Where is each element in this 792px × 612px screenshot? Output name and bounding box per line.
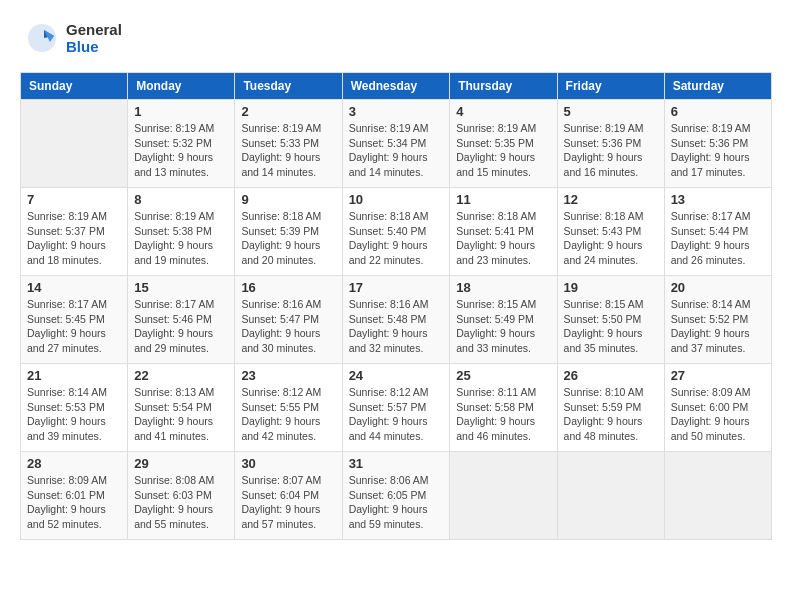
day-number: 30 xyxy=(241,456,335,471)
day-info: Sunrise: 8:19 AMSunset: 5:32 PMDaylight:… xyxy=(134,121,228,180)
day-info: Sunrise: 8:13 AMSunset: 5:54 PMDaylight:… xyxy=(134,385,228,444)
calendar-cell: 8Sunrise: 8:19 AMSunset: 5:38 PMDaylight… xyxy=(128,188,235,276)
calendar-cell: 10Sunrise: 8:18 AMSunset: 5:40 PMDayligh… xyxy=(342,188,450,276)
day-number: 14 xyxy=(27,280,121,295)
calendar-cell: 2Sunrise: 8:19 AMSunset: 5:33 PMDaylight… xyxy=(235,100,342,188)
day-info: Sunrise: 8:18 AMSunset: 5:41 PMDaylight:… xyxy=(456,209,550,268)
day-number: 1 xyxy=(134,104,228,119)
calendar-cell: 12Sunrise: 8:18 AMSunset: 5:43 PMDayligh… xyxy=(557,188,664,276)
calendar-cell xyxy=(557,452,664,540)
calendar-cell: 5Sunrise: 8:19 AMSunset: 5:36 PMDaylight… xyxy=(557,100,664,188)
calendar-cell: 22Sunrise: 8:13 AMSunset: 5:54 PMDayligh… xyxy=(128,364,235,452)
day-number: 29 xyxy=(134,456,228,471)
calendar-cell xyxy=(450,452,557,540)
calendar-cell: 20Sunrise: 8:14 AMSunset: 5:52 PMDayligh… xyxy=(664,276,771,364)
logo-blue-text: Blue xyxy=(66,38,122,55)
day-info: Sunrise: 8:19 AMSunset: 5:35 PMDaylight:… xyxy=(456,121,550,180)
day-number: 19 xyxy=(564,280,658,295)
day-of-week-header: Wednesday xyxy=(342,73,450,100)
day-info: Sunrise: 8:19 AMSunset: 5:36 PMDaylight:… xyxy=(564,121,658,180)
day-info: Sunrise: 8:15 AMSunset: 5:49 PMDaylight:… xyxy=(456,297,550,356)
day-number: 15 xyxy=(134,280,228,295)
calendar-cell: 25Sunrise: 8:11 AMSunset: 5:58 PMDayligh… xyxy=(450,364,557,452)
calendar-cell: 3Sunrise: 8:19 AMSunset: 5:34 PMDaylight… xyxy=(342,100,450,188)
day-info: Sunrise: 8:07 AMSunset: 6:04 PMDaylight:… xyxy=(241,473,335,532)
logo-text-block: General Blue xyxy=(66,21,122,56)
day-number: 13 xyxy=(671,192,765,207)
day-number: 12 xyxy=(564,192,658,207)
calendar-body: 1Sunrise: 8:19 AMSunset: 5:32 PMDaylight… xyxy=(21,100,772,540)
calendar-table: SundayMondayTuesdayWednesdayThursdayFrid… xyxy=(20,72,772,540)
day-info: Sunrise: 8:18 AMSunset: 5:40 PMDaylight:… xyxy=(349,209,444,268)
calendar-week-row: 14Sunrise: 8:17 AMSunset: 5:45 PMDayligh… xyxy=(21,276,772,364)
day-info: Sunrise: 8:09 AMSunset: 6:01 PMDaylight:… xyxy=(27,473,121,532)
day-number: 28 xyxy=(27,456,121,471)
day-info: Sunrise: 8:18 AMSunset: 5:39 PMDaylight:… xyxy=(241,209,335,268)
day-number: 26 xyxy=(564,368,658,383)
calendar-cell: 14Sunrise: 8:17 AMSunset: 5:45 PMDayligh… xyxy=(21,276,128,364)
day-info: Sunrise: 8:19 AMSunset: 5:36 PMDaylight:… xyxy=(671,121,765,180)
day-info: Sunrise: 8:11 AMSunset: 5:58 PMDaylight:… xyxy=(456,385,550,444)
calendar-cell: 7Sunrise: 8:19 AMSunset: 5:37 PMDaylight… xyxy=(21,188,128,276)
calendar-cell: 19Sunrise: 8:15 AMSunset: 5:50 PMDayligh… xyxy=(557,276,664,364)
day-number: 5 xyxy=(564,104,658,119)
calendar-cell: 31Sunrise: 8:06 AMSunset: 6:05 PMDayligh… xyxy=(342,452,450,540)
calendar-cell: 29Sunrise: 8:08 AMSunset: 6:03 PMDayligh… xyxy=(128,452,235,540)
day-number: 31 xyxy=(349,456,444,471)
day-number: 2 xyxy=(241,104,335,119)
day-info: Sunrise: 8:12 AMSunset: 5:55 PMDaylight:… xyxy=(241,385,335,444)
day-number: 3 xyxy=(349,104,444,119)
logo-bird-icon xyxy=(24,20,60,56)
day-number: 23 xyxy=(241,368,335,383)
logo-general-text: General xyxy=(66,21,122,38)
day-number: 18 xyxy=(456,280,550,295)
calendar-cell: 27Sunrise: 8:09 AMSunset: 6:00 PMDayligh… xyxy=(664,364,771,452)
calendar-cell: 24Sunrise: 8:12 AMSunset: 5:57 PMDayligh… xyxy=(342,364,450,452)
day-info: Sunrise: 8:14 AMSunset: 5:53 PMDaylight:… xyxy=(27,385,121,444)
day-of-week-header: Friday xyxy=(557,73,664,100)
calendar-cell: 6Sunrise: 8:19 AMSunset: 5:36 PMDaylight… xyxy=(664,100,771,188)
day-number: 16 xyxy=(241,280,335,295)
day-of-week-header: Sunday xyxy=(21,73,128,100)
day-number: 25 xyxy=(456,368,550,383)
calendar-cell: 28Sunrise: 8:09 AMSunset: 6:01 PMDayligh… xyxy=(21,452,128,540)
calendar-cell: 16Sunrise: 8:16 AMSunset: 5:47 PMDayligh… xyxy=(235,276,342,364)
calendar-week-row: 1Sunrise: 8:19 AMSunset: 5:32 PMDaylight… xyxy=(21,100,772,188)
calendar-week-row: 21Sunrise: 8:14 AMSunset: 5:53 PMDayligh… xyxy=(21,364,772,452)
logo: General Blue xyxy=(20,20,122,56)
day-number: 7 xyxy=(27,192,121,207)
calendar-cell: 4Sunrise: 8:19 AMSunset: 5:35 PMDaylight… xyxy=(450,100,557,188)
day-info: Sunrise: 8:12 AMSunset: 5:57 PMDaylight:… xyxy=(349,385,444,444)
day-of-week-header: Saturday xyxy=(664,73,771,100)
page-header: General Blue xyxy=(20,20,772,56)
day-info: Sunrise: 8:19 AMSunset: 5:34 PMDaylight:… xyxy=(349,121,444,180)
day-of-week-header: Thursday xyxy=(450,73,557,100)
day-number: 24 xyxy=(349,368,444,383)
day-number: 20 xyxy=(671,280,765,295)
day-number: 17 xyxy=(349,280,444,295)
calendar-cell: 18Sunrise: 8:15 AMSunset: 5:49 PMDayligh… xyxy=(450,276,557,364)
calendar-cell: 21Sunrise: 8:14 AMSunset: 5:53 PMDayligh… xyxy=(21,364,128,452)
logo-container: General Blue xyxy=(24,20,122,56)
calendar-cell: 26Sunrise: 8:10 AMSunset: 5:59 PMDayligh… xyxy=(557,364,664,452)
day-info: Sunrise: 8:17 AMSunset: 5:45 PMDaylight:… xyxy=(27,297,121,356)
day-info: Sunrise: 8:18 AMSunset: 5:43 PMDaylight:… xyxy=(564,209,658,268)
day-info: Sunrise: 8:10 AMSunset: 5:59 PMDaylight:… xyxy=(564,385,658,444)
day-number: 8 xyxy=(134,192,228,207)
day-number: 6 xyxy=(671,104,765,119)
calendar-cell: 15Sunrise: 8:17 AMSunset: 5:46 PMDayligh… xyxy=(128,276,235,364)
day-info: Sunrise: 8:15 AMSunset: 5:50 PMDaylight:… xyxy=(564,297,658,356)
calendar-week-row: 7Sunrise: 8:19 AMSunset: 5:37 PMDaylight… xyxy=(21,188,772,276)
calendar-cell: 11Sunrise: 8:18 AMSunset: 5:41 PMDayligh… xyxy=(450,188,557,276)
calendar-cell: 1Sunrise: 8:19 AMSunset: 5:32 PMDaylight… xyxy=(128,100,235,188)
calendar-cell: 30Sunrise: 8:07 AMSunset: 6:04 PMDayligh… xyxy=(235,452,342,540)
day-number: 11 xyxy=(456,192,550,207)
day-info: Sunrise: 8:09 AMSunset: 6:00 PMDaylight:… xyxy=(671,385,765,444)
calendar-week-row: 28Sunrise: 8:09 AMSunset: 6:01 PMDayligh… xyxy=(21,452,772,540)
day-info: Sunrise: 8:16 AMSunset: 5:47 PMDaylight:… xyxy=(241,297,335,356)
day-info: Sunrise: 8:19 AMSunset: 5:37 PMDaylight:… xyxy=(27,209,121,268)
calendar-cell xyxy=(21,100,128,188)
calendar-cell: 9Sunrise: 8:18 AMSunset: 5:39 PMDaylight… xyxy=(235,188,342,276)
day-info: Sunrise: 8:14 AMSunset: 5:52 PMDaylight:… xyxy=(671,297,765,356)
calendar-cell xyxy=(664,452,771,540)
